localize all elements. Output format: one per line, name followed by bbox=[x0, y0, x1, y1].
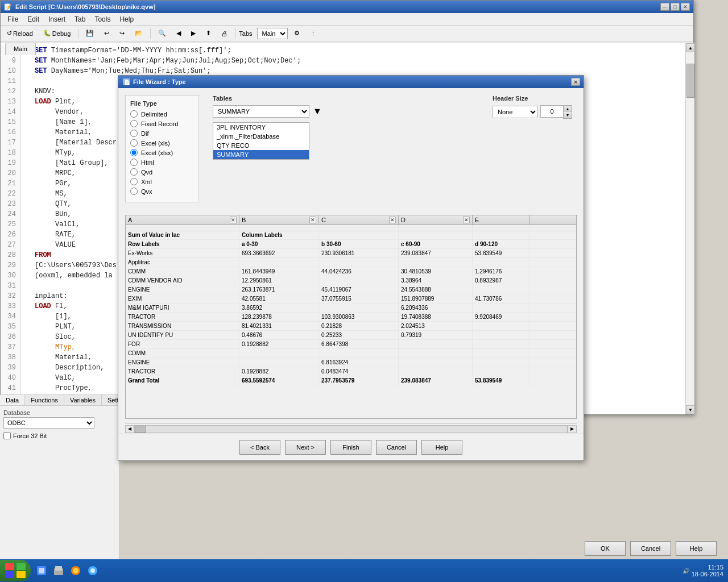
svg-rect-2 bbox=[5, 563, 14, 570]
grid-col-b[interactable]: B ✕ bbox=[239, 215, 319, 225]
table-item-qtyreco[interactable]: QTY RECO bbox=[213, 141, 309, 150]
table-row: TRACTOR 0.1928882 0.0483474 bbox=[126, 367, 576, 376]
table-row: M&M IGATPURI 3.86592 6.2094336 bbox=[126, 304, 576, 313]
radio-delimited[interactable]: Delimited bbox=[130, 110, 194, 118]
tables-combo-row: SUMMARY ▼ bbox=[213, 105, 474, 118]
grid-header-spacer bbox=[530, 215, 539, 225]
tables-dropdown-arrow[interactable]: ▼ bbox=[313, 106, 322, 117]
svg-point-11 bbox=[73, 568, 78, 573]
dialog-body: File Type Delimited Fixed Record Dif bbox=[118, 88, 584, 215]
table-row: Sum of Value in lac Column Labels bbox=[126, 231, 576, 240]
table-row: Applitrac bbox=[126, 258, 576, 267]
force32-label: Force 32 Bit bbox=[13, 433, 47, 439]
svg-rect-7 bbox=[39, 568, 44, 573]
grid-col-e[interactable]: E bbox=[473, 215, 530, 225]
file-wizard-dialog: 📄 File Wizard : Type ✕ File Type Delimit… bbox=[118, 75, 584, 461]
table-row: Row Labels a 0-30 b 30-60 c 60-90 d 90-1… bbox=[126, 240, 576, 249]
tables-label: Tables bbox=[213, 95, 474, 102]
bottom-panel: Data Functions Variables Settings Databa… bbox=[0, 394, 119, 559]
hscroll-thumb[interactable] bbox=[135, 426, 146, 433]
help-button[interactable]: Help bbox=[421, 440, 462, 455]
dialog-overlay: 📄 File Wizard : Type ✕ File Type Delimit… bbox=[0, 0, 694, 415]
dialog-title-bar: 📄 File Wizard : Type ✕ bbox=[118, 76, 584, 88]
header-row: None 0 ▲ ▼ bbox=[493, 105, 572, 119]
dialog-buttons: < Back Next > Finish Cancel Help bbox=[118, 434, 584, 460]
next-button[interactable]: Next > bbox=[285, 440, 326, 455]
database-combo[interactable]: ODBC bbox=[3, 417, 94, 429]
table-row: UN IDENTIFY PU 0.48676 0.25233 0.79319 bbox=[126, 331, 576, 340]
table-row: TRANSMISSION 81.4021331 0.21828 2.024513 bbox=[126, 322, 576, 331]
app-bottom-buttons: OK Cancel Help bbox=[585, 541, 717, 556]
table-item-summary[interactable]: SUMMARY bbox=[213, 150, 309, 159]
app-cancel-button[interactable]: Cancel bbox=[630, 541, 671, 556]
col-c-close[interactable]: ✕ bbox=[389, 217, 396, 223]
radio-fixed[interactable]: Fixed Record bbox=[130, 120, 194, 127]
clock-time: 11:15 bbox=[692, 564, 723, 571]
radio-excel-xls[interactable]: Excel (xls) bbox=[130, 139, 194, 147]
tables-section: Tables SUMMARY ▼ 3PL INVENTORY _xlnm._Fi… bbox=[208, 95, 479, 202]
dialog-close-button[interactable]: ✕ bbox=[571, 78, 580, 86]
scroll-right-button[interactable]: ▶ bbox=[568, 425, 577, 433]
svg-text:📄: 📄 bbox=[124, 79, 130, 86]
radio-html[interactable]: Html bbox=[130, 159, 194, 166]
col-b-close[interactable]: ✕ bbox=[309, 217, 316, 223]
grid-col-c[interactable]: C ✕ bbox=[319, 215, 399, 225]
app-ok-button[interactable]: OK bbox=[585, 541, 626, 556]
col-d-close[interactable]: ✕ bbox=[463, 217, 470, 223]
finish-button[interactable]: Finish bbox=[330, 440, 371, 455]
taskbar-tray: 🔊 11:15 18-06-2014 bbox=[682, 564, 728, 577]
taskbar-icon-1[interactable] bbox=[33, 561, 50, 580]
grid-col-d[interactable]: D ✕ bbox=[399, 215, 473, 225]
cancel-button[interactable]: Cancel bbox=[376, 440, 417, 455]
col-a-close[interactable]: ✕ bbox=[230, 217, 237, 223]
radio-qvx[interactable]: Qvx bbox=[130, 188, 194, 195]
spin-up-button[interactable]: ▲ bbox=[564, 106, 572, 112]
header-spin-input[interactable]: 0 bbox=[540, 105, 563, 118]
data-grid-container: A ✕ B ✕ C ✕ D ✕ E bbox=[125, 215, 577, 419]
clock-date: 18-06-2014 bbox=[692, 571, 723, 577]
table-row: ENGINE 6.8163924 bbox=[126, 358, 576, 367]
header-none-select[interactable]: None bbox=[493, 106, 538, 118]
grid-col-a[interactable]: A ✕ bbox=[126, 215, 239, 225]
radio-dif[interactable]: Dif bbox=[130, 130, 194, 137]
grid-body[interactable]: Sum of Value in lac Column Labels Row La… bbox=[126, 225, 576, 418]
hscroll-track[interactable] bbox=[134, 425, 568, 433]
app-help-button[interactable]: Help bbox=[676, 541, 717, 556]
spin-down-button[interactable]: ▼ bbox=[564, 112, 572, 118]
dialog-top-row: File Type Delimited Fixed Record Dif bbox=[125, 95, 577, 202]
force32-checkbox[interactable] bbox=[3, 432, 11, 439]
header-size-section: Header Size None 0 ▲ ▼ bbox=[488, 95, 577, 202]
table-row: Ex-Works 693.3663692 230.9306181 239.083… bbox=[126, 249, 576, 258]
table-row: FOR 0.1928882 6.8647398 bbox=[126, 340, 576, 349]
table-row: CDMM VENDOR AID 12.2950861 3.38964 0.893… bbox=[126, 276, 576, 285]
table-item-3pl[interactable]: 3PL INVENTORY bbox=[213, 123, 309, 132]
table-item-filter[interactable]: _xlnm._FilterDatabase bbox=[213, 132, 309, 141]
file-type-label: File Type bbox=[130, 100, 194, 107]
file-type-section: File Type Delimited Fixed Record Dif bbox=[125, 95, 199, 202]
table-row: Grand Total 693.5592574 237.7953579 239.… bbox=[126, 376, 576, 385]
dialog-hscrollbar[interactable]: ◀ ▶ bbox=[125, 423, 577, 434]
taskbar-icon-2[interactable] bbox=[50, 561, 67, 580]
wizard-icon: 📄 bbox=[122, 77, 131, 86]
grid-header: A ✕ B ✕ C ✕ D ✕ E bbox=[126, 215, 576, 225]
taskbar-icon-4[interactable] bbox=[84, 561, 101, 580]
force32-row: Force 32 Bit bbox=[3, 432, 115, 439]
table-row: TRACTOR 128.239878 103.9300863 19.740838… bbox=[126, 313, 576, 322]
tables-select[interactable]: SUMMARY bbox=[213, 105, 309, 118]
scroll-left-button[interactable]: ◀ bbox=[125, 425, 134, 433]
back-button[interactable]: < Back bbox=[239, 440, 280, 455]
taskbar-clock: 11:15 18-06-2014 bbox=[692, 564, 723, 577]
table-row: EXIM 42.05581 37.0755915 151.8907889 41.… bbox=[126, 294, 576, 304]
radio-xml[interactable]: Xml bbox=[130, 178, 194, 185]
svg-rect-5 bbox=[16, 571, 26, 578]
radio-excel-xlsx[interactable]: Excel (xlsx) bbox=[130, 149, 194, 156]
taskbar: 🔊 11:15 18-06-2014 bbox=[0, 559, 728, 582]
svg-rect-4 bbox=[5, 571, 14, 578]
svg-point-13 bbox=[90, 568, 95, 573]
spin-buttons: ▲ ▼ bbox=[563, 105, 572, 119]
taskbar-icon-3[interactable] bbox=[67, 561, 84, 580]
tray-volume: 🔊 bbox=[682, 568, 689, 574]
header-size-label: Header Size bbox=[493, 95, 572, 102]
radio-qvd[interactable]: Qvd bbox=[130, 168, 194, 176]
start-button[interactable] bbox=[0, 560, 31, 581]
